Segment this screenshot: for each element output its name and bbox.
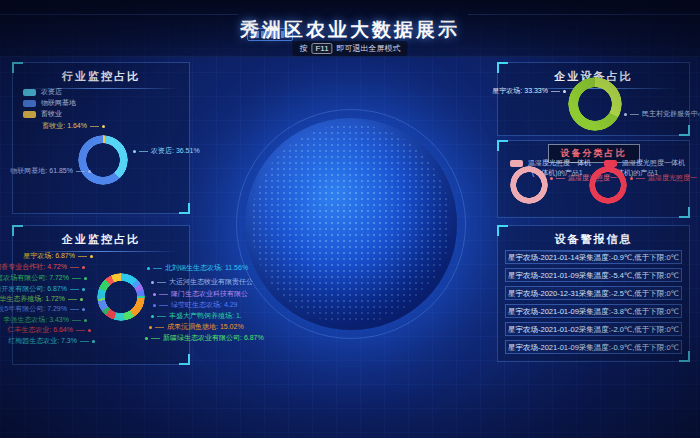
callout-text: 北刘锦生生态农场: 11.56%: [165, 264, 248, 272]
alarm-row: 星宇农场-2021-01-09采集温度:-3.8℃,低于下限:0℃: [505, 304, 682, 318]
callout-text: 绿莹旺生态农场: 4.29: [171, 301, 238, 309]
panel-enterprise-monitor-ratio: 企业监控占比 星宇农场: 6.87% 6组周香专业合作社: 4.72% 家庭农场…: [12, 225, 190, 365]
callout-text: 家庭农场有限公司: 7.72%: [0, 274, 69, 282]
leader-dot: [624, 113, 627, 116]
leader-line: [90, 126, 99, 127]
chart-callout: 新疆绿生态农业有限公司: 6.87%: [145, 334, 264, 342]
alarm-row: 星宇农场-2021-01-09采集温度:-0.9℃,低于下限:0℃: [505, 340, 682, 354]
leader-dot: [630, 177, 633, 180]
leader-line: [636, 178, 645, 179]
leader-line: [551, 91, 560, 92]
callout-text: 隆门生态农业科技有限公: [171, 290, 248, 298]
panel-equipment-ratio: 企业设备占比 星宇农场: 33.33% 民主村党群服务中心:: [497, 62, 690, 136]
leader-line: [556, 178, 565, 179]
globe-dot-map: [251, 124, 451, 324]
legend-swatch: [23, 100, 36, 107]
leader-dot: [84, 319, 87, 322]
industry-donut-chart[interactable]: [78, 135, 128, 185]
legend-item: 温湿度光照度一体机: [604, 158, 685, 168]
callout-text: 民主村党群服务中心:: [642, 110, 700, 118]
enterprise-donut-chart[interactable]: [97, 273, 145, 321]
classification-left-donut-chart[interactable]: [510, 166, 548, 204]
callout-text: 国开发有限公司: 6.87%: [0, 285, 67, 293]
leader-dot: [153, 304, 156, 307]
leader-dot: [151, 315, 154, 318]
leader-line: [78, 256, 87, 257]
leader-line: [151, 338, 160, 339]
leader-line: [159, 294, 168, 295]
leader-line: [630, 114, 639, 115]
chart-callout: 国开发有限公司: 6.87%: [0, 285, 85, 293]
callout-text: 大运河生态牧业有限责任公: [169, 278, 253, 286]
equipment-donut-chart[interactable]: [568, 77, 622, 131]
globe: [245, 118, 457, 330]
chart-callout: 仁丰生态农业: 6.64%: [7, 326, 91, 334]
chart-callout: 中悦5年有限公司: 7.29%: [0, 305, 85, 313]
chart-callout: 6组周香专业合作社: 4.72%: [0, 263, 85, 271]
tip-suffix: 即可退出全屏模式: [337, 43, 401, 54]
chart-callout: 畜牧业: 1.64%: [19, 122, 105, 130]
alarm-row: 星宇农场-2021-01-14采集温度:-0.9℃,低于下限:0℃: [505, 250, 682, 264]
chart-callout: 成果沅洄鱼塘地: 15.02%: [149, 323, 244, 331]
callout-text: 星宇农场: 6.87%: [23, 252, 75, 260]
chart-callout: 红梅园生态农业: 7.3%: [8, 337, 95, 345]
callout-text: 丰盛大产鸭饲养殖场: 1.: [169, 312, 242, 320]
panel-title: 设备警报信息: [498, 232, 689, 247]
callout-text: 李强生态农场: 3.43%: [3, 316, 69, 324]
fullscreen-tip: 按 F11 即可退出全屏模式: [292, 41, 407, 56]
panel-title: 行业监控占比: [13, 69, 189, 84]
leader-line: [76, 171, 85, 172]
leader-dot: [145, 337, 148, 340]
leader-dot: [102, 125, 105, 128]
legend-swatch: [510, 160, 523, 167]
callout-text: 成果沅洄鱼塘地: 15.02%: [167, 323, 244, 331]
legend-item: 农资店: [23, 87, 62, 97]
callout-text: 农资店: 36.51%: [151, 147, 200, 155]
panel-device-classification: 设备分类占比 温湿度光照度一体机 (一体机)的产品1 温湿度光照度一 温湿度光照…: [497, 140, 690, 218]
leader-line: [153, 268, 162, 269]
leader-dot: [92, 340, 95, 343]
callout-text: 畜牧业: 1.64%: [42, 122, 87, 130]
alarm-row: 星宇农场-2021-01-02采集温度:-2.0℃,低于下限:0℃: [505, 322, 682, 336]
legend-label: 温湿度光照度一体机: [528, 158, 591, 168]
leader-line: [76, 330, 85, 331]
legend-label: 农资店: [41, 87, 62, 97]
leader-dot: [550, 177, 553, 180]
header-line-right: [468, 14, 700, 15]
leader-line: [70, 289, 79, 290]
leader-dot: [82, 266, 85, 269]
legend-label: 物联网基地: [41, 98, 76, 108]
dashboard: 秀洲区农业大数据展示 按 F11 即可退出全屏模式 行业监控占比 农资店 物联网…: [0, 0, 700, 438]
leader-dot: [149, 326, 152, 329]
leader-line: [72, 320, 81, 321]
leader-line: [157, 316, 166, 317]
callout-text: 新疆绿生态农业有限公司: 6.87%: [163, 334, 264, 342]
classification-right-donut-chart[interactable]: [589, 166, 627, 204]
leader-line: [80, 341, 89, 342]
chart-callout: 丰盛大产鸭饲养殖场: 1.: [151, 312, 242, 320]
chart-callout: 家庭农场有限公司: 7.72%: [0, 274, 87, 282]
callout-text: 温湿度光照度一: [648, 174, 697, 182]
legend-swatch: [23, 111, 36, 118]
chart-callout: 星宇农场: 33.33%: [500, 87, 566, 95]
chart-callout: 李强生态农场: 3.43%: [3, 316, 87, 324]
alarm-list: 星宇农场-2021-01-14采集温度:-0.9℃,低于下限:0℃ 星宇农场-2…: [505, 250, 682, 354]
callout-text: 红梅园生态农业: 7.3%: [8, 337, 77, 345]
f11-key-badge: F11: [311, 43, 332, 54]
chart-callout: 大运河生态牧业有限责任公: [151, 278, 253, 286]
leader-dot: [563, 90, 566, 93]
chart-callout: 星宇农场: 6.87%: [23, 252, 93, 260]
callout-text: 上华生态养殖场: 1.72%: [0, 295, 65, 303]
leader-line: [139, 151, 148, 152]
alarm-row: 星宇农场-2020-12-31采集温度:-2.5℃,低于下限:0℃: [505, 286, 682, 300]
chart-callout: 隆门生态农业科技有限公: [153, 290, 248, 298]
chart-callout: 温湿度光照度一: [630, 174, 697, 182]
header: 秀洲区农业大数据展示 按 F11 即可退出全屏模式: [0, 0, 700, 57]
leader-dot: [88, 170, 91, 173]
callout-text: 星宇农场: 33.33%: [492, 87, 548, 95]
page-title: 秀洲区农业大数据展示: [240, 17, 460, 43]
legend-label: 畜牧业: [41, 109, 62, 119]
leader-line: [70, 309, 79, 310]
legend-swatch: [23, 89, 36, 96]
legend-label: 温湿度光照度一体机: [622, 158, 685, 168]
